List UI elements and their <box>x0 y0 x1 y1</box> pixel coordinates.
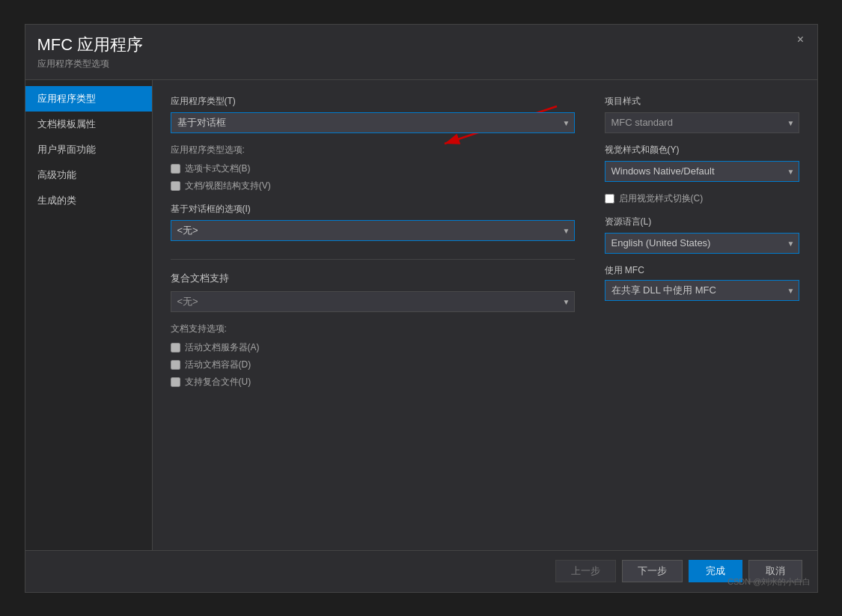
visual-style-select[interactable]: Windows Native/Default <box>605 161 799 182</box>
app-type-dropdown-wrapper: 单文档 多文档 基于对话框 多个顶级文档 ▼ <box>171 112 575 133</box>
checkbox-active-container-label[interactable]: 活动文档容器(D) <box>185 359 251 371</box>
close-button[interactable]: × <box>792 31 810 49</box>
checkbox-compound-file-row: 支持复合文件(U) <box>171 376 575 388</box>
sidebar-item-ui-features[interactable]: 用户界面功能 <box>25 137 152 162</box>
checkbox-docview[interactable] <box>171 181 180 191</box>
checkbox-docview-row: 文档/视图结构支持(V) <box>171 180 575 192</box>
project-style-select[interactable]: MFC standard <box>605 112 799 133</box>
watermark: CSDN @刘水的小白白 <box>727 576 811 588</box>
dialog-title: MFC 应用程序 <box>37 34 805 56</box>
resource-lang-select[interactable]: English (United States) <box>605 233 799 254</box>
project-style-label: 项目样式 <box>605 95 799 108</box>
checkbox-tabbed[interactable] <box>171 164 180 174</box>
dialog-subtitle: 应用程序类型选项 <box>37 58 805 70</box>
dialog-options-dropdown-wrapper: <无> ▼ <box>171 220 575 241</box>
checkbox-enable-visual-row: 启用视觉样式切换(C) <box>605 192 799 205</box>
right-column: 项目样式 MFC standard ▼ 视觉样式和颜色(Y) Windows N… <box>605 95 799 393</box>
dialog-options-label: 基于对话框的选项(I) <box>171 203 575 216</box>
visual-style-label: 视觉样式和颜色(Y) <box>605 144 799 156</box>
dialog-footer: 上一步 下一步 完成 取消 <box>25 550 817 592</box>
checkbox-active-container[interactable] <box>171 360 180 370</box>
dialog-body: 应用程序类型 文档模板属性 用户界面功能 高级功能 生成的类 <box>25 80 817 565</box>
options-label: 应用程序类型选项: <box>171 144 575 156</box>
sidebar-item-doc-template[interactable]: 文档模板属性 <box>25 112 152 137</box>
checkbox-docview-label[interactable]: 文档/视图结构支持(V) <box>185 180 271 192</box>
title-bar: MFC 应用程序 应用程序类型选项 × <box>25 25 817 73</box>
checkbox-enable-visual-label[interactable]: 启用视觉样式切换(C) <box>619 192 704 205</box>
sidebar-item-generated-classes[interactable]: 生成的类 <box>25 188 152 213</box>
visual-style-dropdown-wrapper: Windows Native/Default ▼ <box>605 161 799 182</box>
app-type-label: 应用程序类型(T) <box>171 95 575 108</box>
checkbox-compound-file-label[interactable]: 支持复合文件(U) <box>185 376 251 388</box>
sidebar-item-app-type[interactable]: 应用程序类型 <box>25 86 152 112</box>
use-mfc-dropdown-wrapper: 在共享 DLL 中使用 MFC 在静态库中使用 MFC ▼ <box>605 280 799 301</box>
use-mfc-label: 使用 MFC <box>605 264 799 277</box>
main-content: 应用程序类型(T) 单文档 多文档 基于对话框 多个顶级文档 ▼ 应用程序类型选… <box>153 80 817 565</box>
composite-select[interactable]: <无> <box>171 291 575 312</box>
checkbox-active-container-row: 活动文档容器(D) <box>171 359 575 371</box>
content-columns: 应用程序类型(T) 单文档 多文档 基于对话框 多个顶级文档 ▼ 应用程序类型选… <box>171 95 799 393</box>
checkbox-tabbed-row: 选项卡式文档(B) <box>171 162 575 175</box>
dialog-options-select[interactable]: <无> <box>171 220 575 241</box>
dialog: MFC 应用程序 应用程序类型选项 × 应用程序类型 文档模板属性 用户界面功能… <box>25 24 818 593</box>
checkbox-active-server-row: 活动文档服务器(A) <box>171 341 575 354</box>
sidebar: 应用程序类型 文档模板属性 用户界面功能 高级功能 生成的类 <box>25 80 153 565</box>
resource-lang-label: 资源语言(L) <box>605 216 799 228</box>
checkbox-active-server-label[interactable]: 活动文档服务器(A) <box>185 341 260 354</box>
composite-section-label: 复合文档支持 <box>171 272 575 285</box>
doc-support-label: 文档支持选项: <box>171 323 575 335</box>
app-type-select[interactable]: 单文档 多文档 基于对话框 多个顶级文档 <box>171 112 575 133</box>
checkbox-enable-visual[interactable] <box>605 194 614 204</box>
checkbox-compound-file[interactable] <box>171 377 180 387</box>
left-column: 应用程序类型(T) 单文档 多文档 基于对话框 多个顶级文档 ▼ 应用程序类型选… <box>171 95 575 393</box>
next-button[interactable]: 下一步 <box>622 560 683 582</box>
resource-lang-dropdown-wrapper: English (United States) ▼ <box>605 233 799 254</box>
prev-button[interactable]: 上一步 <box>555 560 616 582</box>
checkbox-tabbed-label[interactable]: 选项卡式文档(B) <box>185 162 251 175</box>
composite-dropdown-wrapper: <无> ▼ <box>171 291 575 312</box>
project-style-dropdown-wrapper: MFC standard ▼ <box>605 112 799 133</box>
sidebar-item-advanced[interactable]: 高级功能 <box>25 162 152 188</box>
composite-section: 复合文档支持 <无> ▼ 文档支持选项: 活动文档服务器(A) <box>171 259 575 388</box>
use-mfc-select[interactable]: 在共享 DLL 中使用 MFC 在静态库中使用 MFC <box>605 280 799 301</box>
checkbox-active-server[interactable] <box>171 343 180 353</box>
